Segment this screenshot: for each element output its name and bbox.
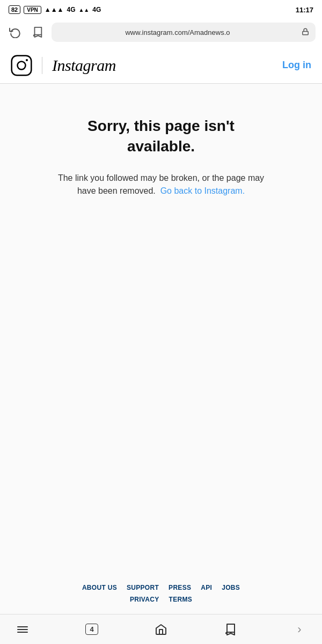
footer-link-about[interactable]: ABOUT US [82,584,117,591]
lock-icon [302,28,309,37]
error-title: Sorry, this page isn't available. [54,116,268,157]
address-bar[interactable]: www.instagram.com/Amadnews.o [52,23,316,42]
svg-point-2 [18,61,26,69]
bottom-nav: 4 › [0,614,322,644]
bookmarks-button[interactable] [29,24,46,41]
go-back-link[interactable]: Go back to Instagram. [160,186,245,195]
status-bar: 82 VPN ▲▲▲ 4G ▲▲ 4G 11:17 [0,0,322,19]
svg-rect-0 [303,31,309,34]
signal-icon-1: ▲▲▲ [45,6,64,13]
footer: ABOUT US SUPPORT PRESS API JOBS PRIVACY … [0,571,322,614]
instagram-wordmark: Instagram [52,56,116,75]
footer-link-terms[interactable]: TERMS [169,596,193,603]
instagram-header: Instagram Log in [0,47,322,84]
tabs-button[interactable]: 4 [80,618,104,641]
footer-link-press[interactable]: PRESS [169,584,191,591]
tab-count: 4 [85,624,98,635]
network-type-2: 4G [92,6,101,13]
clock: 11:17 [296,6,313,14]
network-type-1: 4G [67,6,75,13]
footer-link-jobs[interactable]: JOBS [222,584,240,591]
footer-row-1: ABOUT US SUPPORT PRESS API JOBS [11,584,311,591]
status-left: 82 VPN ▲▲▲ 4G ▲▲ 4G [9,5,101,14]
svg-point-3 [26,58,28,61]
header-divider [42,57,42,74]
instagram-camera-icon [11,55,32,76]
logo-area: Instagram [11,55,116,76]
footer-link-support[interactable]: SUPPORT [127,584,159,591]
footer-link-privacy[interactable]: PRIVACY [130,596,159,603]
login-button[interactable]: Log in [282,60,311,71]
forward-button[interactable]: › [288,618,311,641]
battery-indicator: 82 [9,5,20,14]
signal-icon-2: ▲▲ [78,7,89,13]
footer-row-2: PRIVACY TERMS [11,596,311,603]
main-content: Sorry, this page isn't available. The li… [0,84,322,571]
reader-button[interactable] [218,618,242,641]
svg-rect-1 [12,55,32,75]
browser-bar: www.instagram.com/Amadnews.o [0,19,322,47]
chevron-right-icon: › [297,623,301,636]
error-description: The link you followed may be broken, or … [48,172,274,199]
footer-link-api[interactable]: API [201,584,212,591]
vpn-badge: VPN [24,6,41,14]
home-button[interactable] [149,618,173,641]
url-text: www.instagram.com/Amadnews.o [58,28,297,36]
hamburger-menu-button[interactable] [11,618,34,641]
refresh-button[interactable] [6,24,24,41]
